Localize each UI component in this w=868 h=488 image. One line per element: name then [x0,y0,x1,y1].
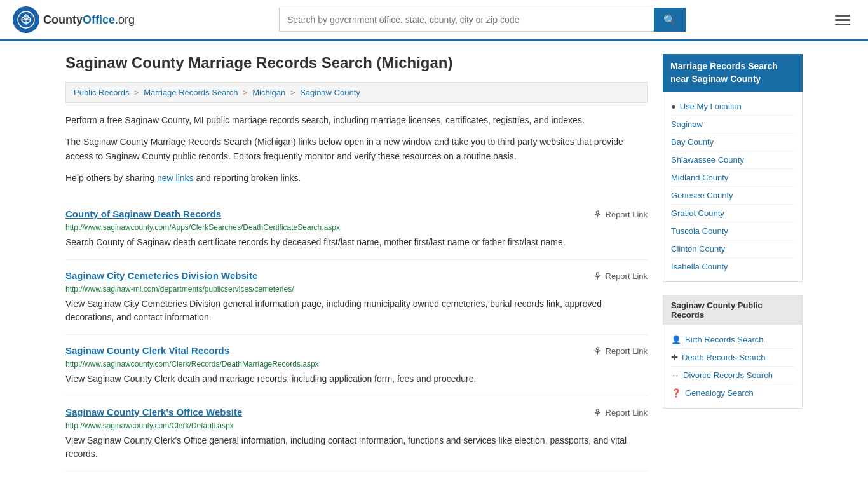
public-record-link[interactable]: ↔Divorce Records Search [671,370,794,380]
result-title[interactable]: Saginaw City Cemeteries Division Website [65,270,257,281]
nearby-link[interactable]: Clinton County [671,244,794,254]
public-records-body: 👤Birth Records Search✚Death Records Sear… [663,325,803,409]
page-title: Saginaw County Marriage Records Search (… [65,54,648,72]
nearby-link[interactable]: Genesee County [671,191,794,200]
breadcrumb-sep-3: > [290,88,295,97]
nearby-section: Marriage Records Search near Saginaw Cou… [663,54,803,282]
report-label: Report Link [606,346,648,356]
nearby-links-container: SaginawBay CountyShiawassee CountyMidlan… [671,116,794,275]
record-icon: ❓ [671,388,681,398]
use-my-location-link[interactable]: ● Use My Location [671,102,794,111]
logo-area: CountyOffice.org [13,6,135,33]
sidebar-nearby-header: Marriage Records Search near Saginaw Cou… [663,54,803,92]
result-description: View Saginaw County Clerk's Office gener… [65,434,648,461]
menu-bar-1 [835,15,850,17]
record-icon: 👤 [671,335,681,344]
logo-icon [13,6,39,33]
result-header: Saginaw County Clerk Vital Records ⚘ Rep… [65,345,648,357]
use-my-location-item[interactable]: ● Use My Location [671,98,794,116]
breadcrumb-public-records[interactable]: Public Records [74,88,129,97]
result-title[interactable]: County of Saginaw Death Records [65,208,221,219]
result-header: Saginaw County Clerk's Office Website ⚘ … [65,407,648,419]
logo-text: CountyOffice.org [43,13,135,27]
result-header: Saginaw City Cemeteries Division Website… [65,270,648,282]
report-link[interactable]: ⚘ Report Link [593,345,648,357]
public-record-link-item[interactable]: ↔Divorce Records Search [671,367,794,384]
result-description: Search County of Saginaw death certifica… [65,236,648,249]
nearby-link-item[interactable]: Genesee County [671,187,794,205]
result-url[interactable]: http://www.saginaw-mi.com/departments/pu… [65,285,648,294]
nearby-link-item[interactable]: Gratiot County [671,205,794,222]
nearby-link-item[interactable]: Shiawassee County [671,151,794,169]
breadcrumb-sep-1: > [134,88,139,97]
result-description: View Saginaw County Clerk death and marr… [65,372,648,386]
result-description: View Saginaw City Cemeteries Division ge… [65,297,648,324]
menu-bar-2 [835,19,850,21]
description-1: Perform a free Saginaw County, MI public… [65,113,648,127]
nearby-link[interactable]: Gratiot County [671,208,794,218]
result-item: Saginaw County Clerk Vital Records ⚘ Rep… [65,335,648,396]
breadcrumb-sep-2: > [243,88,248,97]
report-label: Report Link [606,271,648,281]
menu-bar-3 [835,24,850,25]
nearby-link[interactable]: Saginaw [671,119,794,129]
report-label: Report Link [606,210,648,219]
public-record-link-item[interactable]: ❓Genealogy Search [671,384,794,402]
menu-button[interactable] [830,12,855,28]
report-link[interactable]: ⚘ Report Link [593,407,648,419]
public-record-link[interactable]: 👤Birth Records Search [671,335,794,344]
search-input[interactable] [279,8,654,32]
record-label: Birth Records Search [685,335,764,344]
report-link[interactable]: ⚘ Report Link [593,270,648,282]
nearby-link-item[interactable]: Tuscola County [671,222,794,240]
public-records-header: Saginaw County Public Records [663,295,803,325]
record-label: Divorce Records Search [683,370,773,380]
nearby-link[interactable]: Isabella County [671,262,794,271]
breadcrumb-marriage-records[interactable]: Marriage Records Search [144,88,238,97]
content-area: Saginaw County Marriage Records Search (… [65,54,648,471]
nearby-link-item[interactable]: Clinton County [671,240,794,258]
record-icon: ↔ [671,370,679,380]
public-record-link-item[interactable]: 👤Birth Records Search [671,331,794,349]
nearby-link-item[interactable]: Bay County [671,133,794,151]
nearby-link[interactable]: Tuscola County [671,226,794,236]
search-icon: 🔍 [663,14,676,26]
header: CountyOffice.org 🔍 [0,0,868,41]
new-links-link[interactable]: new links [157,173,194,183]
nearby-link-item[interactable]: Midland County [671,169,794,187]
result-item: Saginaw City Cemeteries Division Website… [65,260,648,335]
nearby-link[interactable]: Shiawassee County [671,155,794,165]
result-url[interactable]: http://www.saginawcounty.com/Clerk/Defau… [65,421,648,430]
record-label: Genealogy Search [685,388,754,398]
breadcrumb-saginaw-county[interactable]: Saginaw County [300,88,360,97]
public-records-section: Saginaw County Public Records 👤Birth Rec… [663,295,803,409]
public-records-links-container: 👤Birth Records Search✚Death Records Sear… [671,331,794,402]
sidebar-nearby-body: ● Use My Location SaginawBay CountyShiaw… [663,92,803,282]
main-layout: Saginaw County Marriage Records Search (… [53,41,815,471]
result-header: County of Saginaw Death Records ⚘ Report… [65,208,648,220]
report-icon: ⚘ [593,270,602,282]
nearby-link-item[interactable]: Saginaw [671,116,794,133]
nearby-link-item[interactable]: Isabella County [671,258,794,275]
breadcrumb: Public Records > Marriage Records Search… [65,82,648,103]
result-title[interactable]: Saginaw County Clerk Vital Records [65,345,229,356]
public-record-link[interactable]: ✚Death Records Search [671,353,794,362]
public-record-link[interactable]: ❓Genealogy Search [671,388,794,398]
nearby-link[interactable]: Bay County [671,137,794,147]
result-item: Saginaw County Clerk's Office Website ⚘ … [65,396,648,471]
results-list: County of Saginaw Death Records ⚘ Report… [65,198,648,471]
public-record-link-item[interactable]: ✚Death Records Search [671,349,794,367]
result-url[interactable]: http://www.saginawcounty.com/Apps/ClerkS… [65,223,648,232]
report-icon: ⚘ [593,407,602,419]
record-icon: ✚ [671,353,678,362]
result-url[interactable]: http://www.saginawcounty.com/Clerk/Recor… [65,360,648,369]
result-item: County of Saginaw Death Records ⚘ Report… [65,198,648,260]
description-3: Help others by sharing new links and rep… [65,171,648,185]
report-link[interactable]: ⚘ Report Link [593,208,648,220]
report-icon: ⚘ [593,208,602,220]
result-title[interactable]: Saginaw County Clerk's Office Website [65,407,242,417]
nearby-link[interactable]: Midland County [671,173,794,182]
search-button[interactable]: 🔍 [654,8,686,32]
search-area: 🔍 [279,8,686,32]
breadcrumb-michigan[interactable]: Michigan [252,88,285,97]
